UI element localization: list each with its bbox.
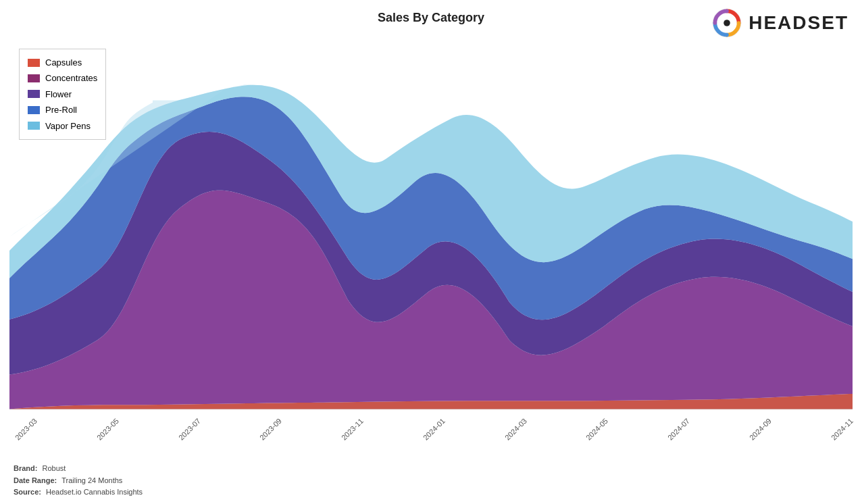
- legend-item-concentrates: Concentrates: [28, 70, 97, 86]
- legend-item-capsules: Capsules: [28, 55, 97, 70]
- brand-value: Robust: [43, 464, 66, 472]
- date-range-label: Date Range:: [14, 476, 57, 484]
- flower-swatch: [28, 90, 40, 98]
- concentrates-swatch: [28, 74, 40, 82]
- preroll-label: Pre-Roll: [45, 102, 77, 118]
- concentrates-label: Concentrates: [45, 70, 97, 86]
- capsules-label: Capsules: [45, 55, 82, 70]
- legend-item-preroll: Pre-Roll: [28, 102, 97, 118]
- logo-area: HEADSET: [711, 7, 848, 39]
- area-chart: [9, 44, 853, 430]
- chart-legend: Capsules Concentrates Flower Pre-Roll Va…: [19, 49, 106, 140]
- vaporpens-swatch: [28, 122, 40, 130]
- capsules-swatch: [28, 59, 40, 67]
- source-label: Source:: [14, 488, 41, 496]
- source-value: Headset.io Cannabis Insights: [46, 488, 143, 496]
- svg-point-1: [724, 20, 730, 26]
- chart-container: Sales By Category HEADSET Capsules Conce…: [0, 0, 862, 504]
- logo-text: HEADSET: [749, 12, 848, 34]
- legend-item-flower: Flower: [28, 86, 97, 102]
- x-axis: 2023-03 2023-05 2023-07 2023-09 2023-11 …: [9, 426, 853, 460]
- flower-label: Flower: [45, 86, 72, 102]
- legend-item-vaporpens: Vapor Pens: [28, 118, 97, 134]
- footer-info: Brand: Robust Date Range: Trailing 24 Mo…: [14, 463, 143, 499]
- date-range-value: Trailing 24 Months: [61, 476, 122, 484]
- preroll-swatch: [28, 106, 40, 114]
- brand-label: Brand:: [14, 464, 37, 472]
- vaporpens-label: Vapor Pens: [45, 118, 91, 134]
- headset-logo-icon: [711, 7, 743, 39]
